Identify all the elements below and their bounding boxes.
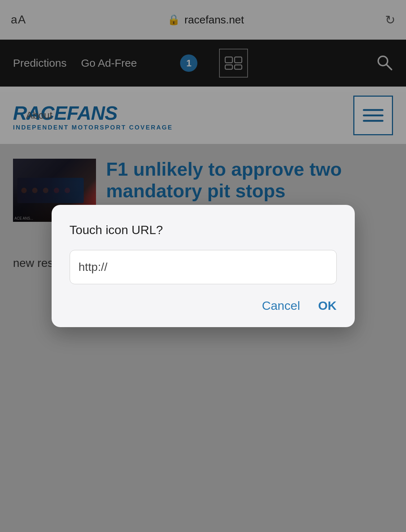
dialog-title: Touch icon URL? (70, 223, 337, 237)
touch-icon-url-input[interactable] (70, 250, 337, 284)
modal-overlay: Touch icon URL? Cancel OK (0, 0, 406, 532)
cancel-button[interactable]: Cancel (262, 299, 300, 313)
touch-icon-url-dialog: Touch icon URL? Cancel OK (52, 205, 355, 327)
dialog-actions: Cancel OK (70, 299, 337, 313)
ok-button[interactable]: OK (318, 299, 337, 313)
